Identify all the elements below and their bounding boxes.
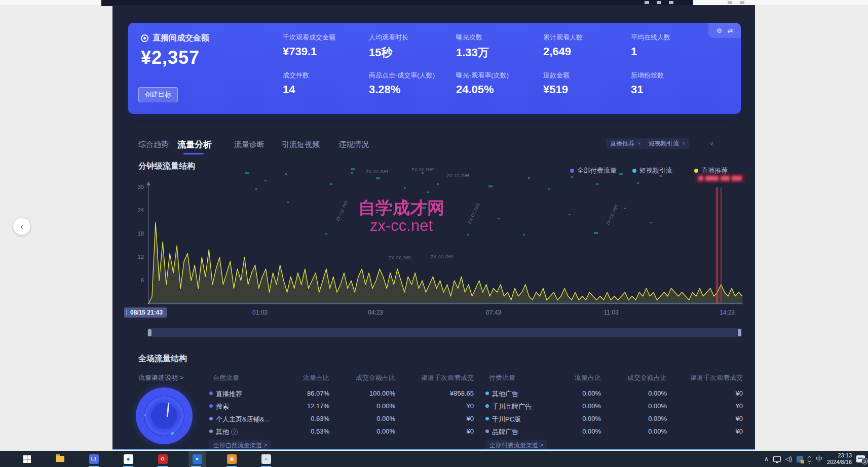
legend-paid-traffic[interactable]: 全部付费流量 — [570, 166, 617, 175]
kpi-metric-9: 新增粉丝数 31 — [631, 71, 714, 96]
minute-chart-title: 分钟级流量结构 — [138, 161, 195, 172]
chrome-icon[interactable] — [728, 1, 732, 4]
kpi-card-title: 直播间成交金额 — [153, 33, 209, 44]
file-explorer-button[interactable] — [52, 451, 67, 467]
traffic-donut-chart — [136, 387, 193, 444]
orange-app-icon: ▣ — [227, 454, 237, 464]
tab-traffic-analysis[interactable]: 流量分析 — [177, 139, 212, 150]
taskbar-clock[interactable]: 23:13 2024/8/16 — [827, 452, 852, 465]
row-dot — [209, 404, 213, 408]
kpi-card-tools: ⚙ ⇄ — [708, 23, 741, 38]
kpi-metric-4: 平均在线人数 1 — [631, 33, 714, 58]
kpi-metric-8: 退款金额 ¥519 — [543, 71, 627, 96]
natural-header: 自然流量 — [213, 373, 239, 382]
kpi-title-row: 直播间成交金额 — [141, 33, 209, 44]
range-fill — [152, 328, 737, 337]
traffic-line-chart[interactable] — [133, 177, 746, 306]
filter-tag-live-recommend[interactable]: 直播推荐 × — [606, 138, 645, 149]
row-dot — [209, 417, 213, 420]
kpi-metric-5: 成交件数 14 — [283, 71, 366, 96]
taskbar-app-browser[interactable]: ➤ — [188, 451, 206, 467]
ime-indicator[interactable]: 中 — [816, 454, 822, 463]
row-dot — [209, 392, 213, 395]
active-tab-underline — [183, 153, 204, 154]
tray-app-icon[interactable] — [797, 456, 803, 462]
kpi-metric-3: 累计观看人数 2,649 — [543, 33, 627, 58]
taskbar: L1 ◆ O ➤ ▣ ≡ ∧ ◁) 中 — [0, 451, 868, 467]
gear-icon[interactable]: ⚙ — [716, 27, 723, 34]
legend-dot — [694, 169, 698, 173]
row-dot — [485, 404, 489, 408]
chart-range-slider[interactable] — [147, 328, 742, 337]
info-icon[interactable]: ? — [231, 429, 238, 435]
close-icon[interactable]: × — [682, 140, 685, 146]
legend-short-video[interactable]: 短视频引流 — [632, 166, 672, 175]
notification-icon[interactable]: 3 — [856, 455, 865, 462]
chrome-icon[interactable] — [669, 1, 673, 4]
dashboard-window: 直播间成交金额 ¥2,357 创建目标 千次观看成交金额 ¥739.1 人均观看… — [112, 5, 755, 450]
microphone-icon[interactable] — [808, 456, 811, 462]
kpi-metric-6: 商品点击-成交率(人数) 3.28% — [369, 71, 452, 96]
close-icon[interactable]: × — [637, 140, 640, 146]
taskbar-app-o[interactable]: O — [155, 451, 170, 467]
o-app-icon: O — [158, 454, 168, 464]
back-chevron-button[interactable]: ‹ — [13, 218, 30, 235]
folder-icon — [56, 456, 64, 462]
row-dot — [485, 417, 489, 420]
kpi-metric-1: 人均观看时长 15秒 — [369, 33, 452, 60]
tab-violations[interactable]: 违规情况 — [338, 140, 369, 149]
row-dot — [209, 430, 213, 433]
spike-annotation-badge — [695, 173, 745, 183]
notepad-icon: ≡ — [261, 454, 271, 464]
windows-logo-icon — [23, 455, 31, 463]
range-handle-left[interactable] — [148, 329, 152, 336]
screen: ‹ 直播间成交金额 ¥2,357 创建目标 千次观看成交金额 ¥739.1 人均… — [0, 0, 868, 467]
filter-tag-short-video[interactable]: 短视频引流 × — [645, 138, 689, 149]
x-axis-start-badge[interactable]: 08/15 21:43 — [124, 307, 167, 318]
t-app-icon: ◆ — [124, 454, 133, 464]
legend-dot — [632, 169, 636, 173]
swap-icon[interactable]: ⇄ — [727, 27, 733, 34]
row-dot — [485, 392, 489, 395]
range-handle-right[interactable] — [738, 329, 741, 336]
chrome-icon[interactable] — [740, 1, 744, 4]
tab-traffic-diagnosis[interactable]: 流量诊断 — [234, 140, 265, 149]
clock-date: 2024/8/16 — [827, 459, 852, 465]
legend-dot — [570, 169, 574, 173]
create-goal-button[interactable]: 创建目标 — [138, 87, 178, 102]
window-bottom-border — [112, 449, 755, 450]
tray-chevron-up-icon[interactable]: ∧ — [764, 455, 769, 462]
donut-label-mark — [167, 403, 170, 417]
system-tray: ∧ ◁) 中 23:13 2024/8/16 3 — [764, 451, 865, 467]
taskbar-app-notepad[interactable]: ≡ — [258, 451, 274, 467]
kpi-metric-2: 曝光次数 1.33万 — [456, 33, 540, 60]
kpi-main-value: ¥2,357 — [141, 47, 200, 68]
l1-app-icon: L1 — [89, 454, 99, 464]
paid-header: 付费流量 — [489, 373, 515, 382]
taskbar-app-orange[interactable]: ▣ — [224, 451, 239, 467]
notification-badge: 3 — [861, 458, 868, 464]
chevron-down-icon[interactable]: ∨ — [709, 140, 714, 147]
all-natural-channels-link[interactable]: 全部自然流量渠道 > — [209, 440, 271, 450]
pointer-app-icon: ➤ — [193, 454, 202, 464]
taskbar-app-t[interactable]: ◆ — [121, 451, 136, 467]
network-icon[interactable] — [773, 456, 781, 462]
clock-time: 23:13 — [827, 452, 852, 459]
channel-help-link[interactable]: 流量渠道说明 > — [138, 373, 183, 382]
start-button[interactable] — [19, 451, 34, 467]
traffic-section-title: 全场流量结构 — [138, 354, 187, 364]
all-paid-channels-link[interactable]: 全部付费流量渠道 > — [485, 440, 547, 450]
taskbar-app-l1[interactable]: L1 — [86, 451, 101, 467]
kpi-metric-0: 千次观看成交金额 ¥739.1 — [283, 33, 366, 58]
kpi-card: 直播间成交金额 ¥2,357 创建目标 千次观看成交金额 ¥739.1 人均观看… — [128, 23, 741, 114]
tab-short-video[interactable]: 引流短视频 — [282, 140, 320, 149]
target-icon — [141, 34, 148, 42]
tab-overall-trend[interactable]: 综合趋势 — [138, 140, 169, 149]
row-dot — [485, 430, 489, 433]
volume-icon[interactable]: ◁) — [785, 455, 792, 462]
chrome-icon[interactable] — [657, 1, 661, 4]
chrome-icon[interactable] — [645, 1, 649, 4]
kpi-metric-7: 曝光-观看率(次数) 24.05% — [456, 71, 540, 96]
